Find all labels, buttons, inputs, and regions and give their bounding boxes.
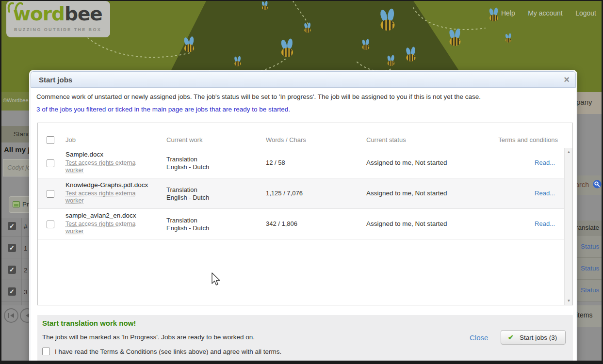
- dialog-header[interactable]: Start jobs ×: [31, 71, 576, 88]
- status-cell: Assigned to me, Not started: [366, 190, 447, 197]
- search-label-partial: arch: [575, 181, 589, 189]
- bg-status-row: Status: [575, 236, 603, 258]
- job-row: Sample.docx Test access rights externa w…: [38, 148, 564, 178]
- job-subtitle-link[interactable]: Test access rights externa worker: [65, 221, 149, 235]
- select-all-checkbox[interactable]: [47, 136, 54, 144]
- work-type: Translation: [166, 217, 209, 224]
- status-link[interactable]: Status: [581, 286, 599, 294]
- job-name: Sample.docx: [65, 151, 103, 158]
- bg-filter-input[interactable]: Codyt jo: [3, 159, 32, 176]
- job-name: Knowledge-Graphs.pdf.docx: [65, 181, 148, 189]
- logo-antennae-icon: [6, 1, 23, 13]
- read-terms-link[interactable]: Read...: [535, 159, 555, 166]
- start-jobs-button-label: Start jobs (3): [520, 334, 557, 341]
- bg-list-title: All my j: [0, 143, 31, 157]
- scroll-up-icon[interactable]: ▲: [565, 148, 573, 156]
- bg-table-divider: [21, 218, 22, 305]
- scroll-down-icon[interactable]: ▼: [565, 297, 573, 305]
- row-checkbox[interactable]: [47, 159, 54, 167]
- status-link[interactable]: Status: [581, 243, 599, 250]
- frame-border-bottom: [0, 361, 603, 364]
- column-job: Job: [65, 136, 76, 143]
- bg-col-hash: #: [24, 223, 28, 230]
- top-nav: Help My account Logout: [490, 9, 596, 17]
- dialog-description: Commence work of unstarted or newly assi…: [36, 93, 481, 100]
- bg-tab-standard[interactable]: Stand: [0, 126, 31, 142]
- close-dialog-link[interactable]: Close: [470, 333, 488, 342]
- bg-print-button[interactable]: Pri: [9, 196, 33, 213]
- nav-logout-link[interactable]: Logout: [575, 9, 596, 17]
- screenshot-page: wordbee BUZZING OUTSIDE THE BOX Help My …: [0, 0, 603, 364]
- wordbee-logo-text: wordbee: [13, 4, 102, 24]
- footer-heading: Start translation work now!: [42, 319, 136, 327]
- items-label-partial: items: [576, 311, 592, 319]
- prev-page-icon: [24, 313, 31, 318]
- job-row: sample_avian2_en.docx Test access rights…: [38, 209, 564, 239]
- logo-bee: bee: [65, 3, 102, 25]
- print-button-partial: Pri: [22, 201, 31, 208]
- language-pair: English - Dutch: [166, 194, 209, 202]
- bg-jobs-table: ✓ ✓ ✓ ✓ # 1 2 3: [0, 218, 31, 305]
- column-current-status: Current status: [366, 136, 406, 143]
- check-icon: ✔: [508, 333, 514, 341]
- menu-company-partial: pany: [576, 98, 592, 106]
- start-jobs-dialog: Start jobs × Commence work of unstarted …: [31, 71, 576, 364]
- close-icon[interactable]: ×: [564, 74, 570, 85]
- bg-header-checkbox[interactable]: ✓: [8, 222, 16, 230]
- work-type: Translation: [166, 156, 209, 163]
- row-checkbox[interactable]: [47, 221, 54, 228]
- column-words-chars: Words / Chars: [266, 136, 306, 143]
- footer-note: The jobs will be marked as 'In Progress'…: [42, 333, 255, 341]
- print-image-icon: [13, 201, 20, 207]
- bg-pagination: [0, 305, 31, 327]
- job-subtitle-link[interactable]: Test access rights externa worker: [65, 159, 149, 174]
- list-title-partial: All my j: [4, 145, 30, 154]
- bg-status-row: Status: [575, 280, 603, 301]
- read-terms-link[interactable]: Read...: [535, 190, 555, 197]
- filter-input-placeholder: Codyt jo: [7, 164, 31, 171]
- job-row: Knowledge-Graphs.pdf.docx Test access ri…: [38, 178, 564, 209]
- job-name: sample_avian2_en.docx: [65, 212, 136, 219]
- magnifier-icon: [593, 180, 602, 189]
- jobs-table: Job Current work Words / Chars Current s…: [37, 123, 573, 305]
- current-work-cell: Translation English - Dutch: [166, 186, 209, 202]
- bg-row-checkbox[interactable]: ✓: [8, 266, 16, 274]
- pagination-first-button[interactable]: [4, 308, 18, 323]
- first-page-icon: [8, 313, 16, 318]
- copyright-bar: ©Wordbee: [0, 92, 31, 111]
- table-scrollbar[interactable]: ▲ ▼: [564, 148, 572, 305]
- bg-row-checkbox[interactable]: ✓: [8, 244, 16, 252]
- dialog-title: Start jobs: [39, 76, 72, 84]
- logo-tagline: BUZZING OUTSIDE THE BOX: [14, 27, 101, 32]
- bg-row-checkbox[interactable]: ✓: [8, 287, 16, 296]
- bg-row-number: 3: [24, 288, 28, 296]
- status-cell: Assigned to me, Not started: [366, 159, 447, 166]
- bg-column-translate: ranslate: [575, 221, 603, 236]
- work-type: Translation: [166, 186, 209, 194]
- row-checkbox[interactable]: [47, 190, 54, 198]
- status-link[interactable]: Status: [581, 265, 599, 272]
- words-chars-cell: 1,125 / 7,076: [266, 190, 303, 197]
- bg-search-button[interactable]: arch: [575, 175, 603, 195]
- translate-column-partial: ranslate: [576, 224, 599, 231]
- jobs-table-header: Job Current work Words / Chars Current s…: [38, 123, 572, 148]
- start-jobs-button[interactable]: ✔ Start jobs (3): [501, 330, 566, 345]
- read-terms-link[interactable]: Read...: [535, 220, 555, 227]
- tab-standard-partial: Stand: [14, 130, 31, 138]
- nav-help-link[interactable]: Help: [501, 9, 515, 17]
- nav-my-account-link[interactable]: My account: [528, 9, 563, 17]
- pagination-prev-button[interactable]: [20, 308, 31, 323]
- jobs-table-body: Sample.docx Test access rights externa w…: [38, 148, 572, 305]
- frame-border-left: [0, 0, 1, 364]
- job-subtitle-link[interactable]: Test access rights externa worker: [65, 190, 149, 205]
- words-chars-cell: 12 / 58: [266, 159, 285, 166]
- column-terms: Terms and conditions: [498, 136, 558, 143]
- wordbee-logo[interactable]: wordbee BUZZING OUTSIDE THE BOX: [6, 1, 110, 37]
- dialog-footer: Start translation work now! The jobs wil…: [37, 315, 573, 364]
- bg-menu-company[interactable]: pany: [575, 92, 603, 114]
- words-chars-cell: 342 / 1,806: [266, 220, 297, 227]
- bg-table-line: [0, 236, 31, 237]
- terms-agreement-checkbox[interactable]: [42, 348, 50, 355]
- current-work-cell: Translation English - Dutch: [166, 156, 209, 171]
- status-cell: Assigned to me, Not started: [366, 220, 447, 227]
